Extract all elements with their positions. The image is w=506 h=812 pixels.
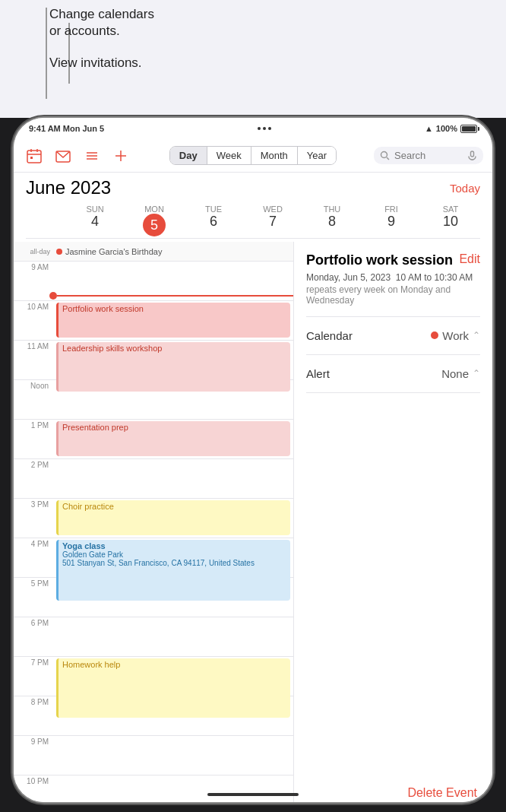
time-label-7pm: 7 PM (14, 657, 53, 696)
mic-icon[interactable] (467, 151, 477, 160)
view-segment-control[interactable]: Day Week Month Year (169, 146, 337, 165)
alert-chevron-icon: ⌃ (473, 368, 480, 379)
search-input[interactable] (394, 150, 463, 161)
segment-day[interactable]: Day (170, 147, 207, 164)
event-yoga-address: 501 Stanyan St, San Francisco, CA 94117,… (62, 559, 286, 567)
day-num-thu: 8 (302, 214, 362, 230)
inbox-icon-btn[interactable] (52, 144, 74, 167)
time-slot-10pm: 10 PM (14, 776, 293, 802)
time-label-4pm: 4 PM (14, 538, 53, 577)
time-line-bar (57, 295, 293, 297)
day-num-tue: 6 (184, 214, 243, 230)
main-body: all-day Jasmine Garcia's Birthday 9 AM (14, 242, 492, 802)
event-homework-title: Homework help (62, 660, 120, 669)
battery-percentage: 100% (436, 124, 457, 133)
status-right: ▲ 100% (425, 124, 477, 133)
calendar-scroll[interactable]: all-day Jasmine Garcia's Birthday 9 AM (14, 242, 293, 802)
time-slot-11am: 11 AM Leadership skills workshop (14, 341, 293, 380)
day-num-wed: 7 (243, 214, 302, 230)
time-gutter-header (26, 203, 65, 238)
event-choir[interactable]: Choir practice (56, 500, 290, 535)
time-label-5pm: 5 PM (14, 578, 53, 617)
add-icon-btn[interactable] (109, 144, 132, 167)
svg-rect-13 (471, 151, 474, 157)
slot-area-8pm[interactable] (53, 696, 293, 735)
day-name-thu: Thu (302, 205, 362, 214)
calendar-field-label: Calendar (306, 329, 353, 342)
calendar-icon-btn[interactable] (23, 144, 46, 167)
annotation-text1: Change calendarsor accounts. (49, 6, 154, 40)
slot-area-1pm[interactable]: Presentation prep (53, 420, 293, 458)
day-col-sun[interactable]: Sun 4 (65, 203, 125, 238)
list-icon-btn[interactable] (81, 144, 103, 167)
day-name-fri: Fri (362, 205, 421, 214)
slot-area-10pm[interactable] (53, 776, 293, 802)
time-slot-8pm: 8 PM (14, 696, 293, 736)
alert-field-value: None ⌃ (441, 367, 480, 380)
event-presentation[interactable]: Presentation prep (56, 421, 290, 456)
time-slot-4pm: 4 PM Yoga class Golden Gate Park 501 Sta… (14, 538, 293, 578)
status-time: 9:41 AM Mon Jun 5 (29, 124, 104, 133)
time-slot-6pm: 6 PM (14, 617, 293, 657)
time-label-9am: 9 AM (14, 262, 53, 300)
annotation-area: Change calendarsor accounts. View invita… (0, 0, 506, 118)
day-cols-header: Sun 4 Mon 5 Tue 6 Wed 7 Thu 8 Fri 9 (26, 203, 480, 239)
event-presentation-title: Presentation prep (62, 423, 128, 432)
alert-value-text: None (441, 367, 469, 380)
time-label-11am: 11 AM (14, 341, 53, 379)
wifi-icon: ▲ (425, 124, 433, 133)
event-portfolio[interactable]: Portfolio work session (56, 303, 290, 338)
day-col-tue[interactable]: Tue 6 (184, 203, 243, 238)
day-num-sat: 10 (421, 214, 480, 230)
time-slot-10am: 10 AM Portfolio work session (14, 301, 293, 341)
detail-row-calendar[interactable]: Calendar Work ⌃ (306, 325, 480, 347)
alert-field-label: Alert (306, 367, 330, 380)
day-col-mon[interactable]: Mon 5 (125, 203, 184, 238)
annotation-line1 (46, 8, 47, 99)
slot-area-2pm[interactable] (53, 459, 293, 498)
slot-area-10am[interactable]: Portfolio work session (53, 301, 293, 340)
toolbar-left (23, 144, 132, 167)
annotation-text2: View invitations. (49, 55, 154, 71)
slot-area-9pm[interactable] (53, 736, 293, 775)
detail-title: Portfolio work session (306, 252, 453, 269)
search-bar[interactable] (374, 147, 483, 164)
event-yoga-location: Golden Gate Park (62, 550, 286, 559)
time-slot-2pm: 2 PM (14, 459, 293, 499)
day-col-wed[interactable]: Wed 7 (243, 203, 302, 238)
time-label-9pm: 9 PM (14, 736, 53, 775)
day-name-sat: Sat (421, 205, 480, 214)
toolbar: Day Week Month Year (14, 139, 492, 173)
status-center-dots (258, 127, 271, 130)
segment-week[interactable]: Week (207, 147, 251, 164)
slot-area-7pm[interactable]: Homework help (53, 657, 293, 696)
month-title: June 2023 Today (26, 177, 480, 198)
detail-repeats: repeats every week on Monday and Wednesd… (306, 284, 480, 306)
day-col-thu[interactable]: Thu 8 (302, 203, 362, 238)
event-portfolio-title: Portfolio work session (62, 304, 144, 313)
detail-title-row: Portfolio work session Edit (306, 252, 480, 269)
slot-area-4pm[interactable]: Yoga class Golden Gate Park 501 Stanyan … (53, 538, 293, 577)
segment-month[interactable]: Month (251, 147, 298, 164)
edit-button[interactable]: Edit (459, 252, 480, 266)
time-slot-5pm: 5 PM (14, 578, 293, 617)
calendar-field-value: Work ⌃ (431, 329, 480, 342)
slot-area-6pm[interactable] (53, 617, 293, 656)
all-day-event[interactable]: Jasmine Garcia's Birthday (53, 246, 293, 258)
day-col-sat[interactable]: Sat 10 (421, 203, 480, 238)
svg-point-11 (381, 152, 387, 158)
delete-event-button[interactable]: Delete Event (407, 786, 477, 800)
segment-year[interactable]: Year (298, 147, 336, 164)
all-day-label: all-day (14, 248, 53, 255)
day-col-fri[interactable]: Fri 9 (362, 203, 421, 238)
home-indicator (207, 793, 299, 796)
birthday-dot (56, 249, 62, 255)
slot-area-5pm[interactable] (53, 578, 293, 617)
today-button[interactable]: Today (450, 182, 480, 195)
slot-area-11am[interactable]: Leadership skills workshop (53, 341, 293, 379)
slot-area-3pm[interactable]: Choir practice (53, 499, 293, 538)
slot-area-noon[interactable] (53, 380, 293, 419)
birthday-event-title: Jasmine Garcia's Birthday (65, 247, 162, 256)
detail-row-alert[interactable]: Alert None ⌃ (306, 363, 480, 385)
time-slot-3pm: 3 PM Choir practice (14, 499, 293, 538)
